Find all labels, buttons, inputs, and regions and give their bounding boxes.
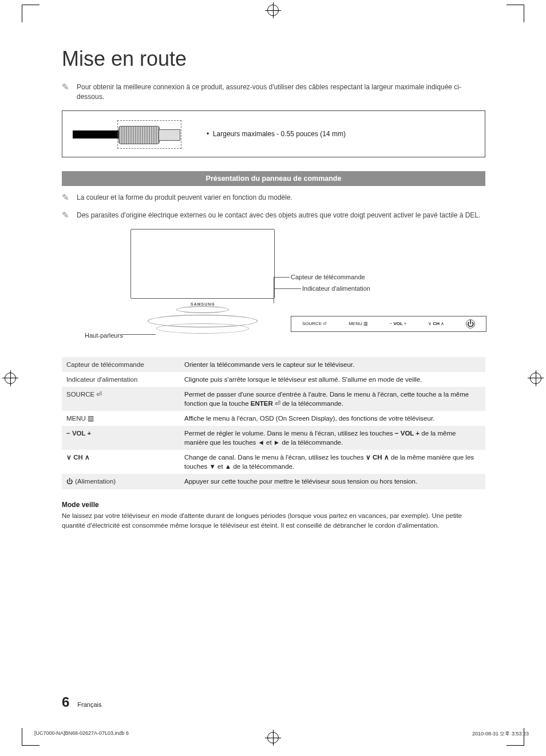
row-desc: Orienter la télécommande vers le capteur… [180, 357, 485, 372]
content-area: Mise en route ✎ Pour obtenir la meilleur… [62, 47, 485, 531]
cable-diagram [73, 119, 193, 149]
panel-menu-label: MENU ▥ [349, 321, 368, 326]
note-icon: ✎ [62, 211, 73, 219]
row-label: Indicateur d'alimentation [62, 372, 180, 387]
table-row: Capteur de télécommande Orienter la télé… [62, 357, 485, 372]
menu-icon: ▥ [363, 321, 368, 326]
samsung-logo: SAMSUNG [191, 302, 215, 306]
panel-vol-label: − VOL + [390, 321, 407, 326]
panel-source-label: SOURCE ⏎ [302, 321, 327, 326]
note-text: Des parasites d'origine électrique exter… [77, 211, 480, 220]
control-description-table: Capteur de télécommande Orienter la télé… [62, 357, 485, 489]
table-row: MENU ▥ Affiche le menu à l'écran, OSD (O… [62, 411, 485, 426]
page-number: 6 [62, 694, 69, 710]
table-row: ⏻ (Alimentation) Appuyer sur cette touch… [62, 474, 485, 489]
row-desc: Permet de régler le volume. Dans le menu… [180, 426, 485, 450]
registration-mark-icon [5, 373, 16, 384]
table-row: − VOL + Permet de régler le volume. Dans… [62, 426, 485, 450]
menu-icon: ▥ [88, 415, 94, 422]
tv-screen-outline [130, 229, 275, 299]
page-footer: 6 Français [62, 694, 102, 710]
crop-mark [22, 5, 39, 22]
page-title: Mise en route [62, 47, 485, 71]
table-row: ∨ CH ∧ Change de canal. Dans le menu à l… [62, 450, 485, 474]
note-icon: ✎ [62, 193, 73, 201]
callout-speakers: Haut-parleurs [85, 332, 123, 339]
standby-heading: Mode veille [62, 501, 485, 509]
row-desc: Permet de passer d'une source d'entrée à… [180, 387, 485, 411]
cable-spec-box: • Largeurs maximales - 0.55 pouces (14 m… [62, 110, 485, 157]
row-label: ∨ CH ∧ [62, 450, 180, 474]
enter-icon: ⏎ [275, 400, 280, 407]
enter-icon: ⏎ [96, 391, 102, 398]
row-desc: Clignote puis s'arrête lorsque le télévi… [180, 372, 485, 387]
print-job-file: [UC7000-NA]BN68-02627A-07L03.indb 6 [34, 730, 129, 738]
enter-icon: ⏎ [323, 321, 327, 326]
row-label: MENU ▥ [62, 411, 180, 426]
section-title-bar: Présentation du panneau de commande [62, 171, 485, 186]
print-job-line: [UC7000-NA]BN68-02627A-07L03.indb 6 2010… [34, 730, 529, 738]
note-color: ✎ La couleur et la forme du produit peuv… [62, 193, 485, 203]
cable-spec-text: • Largeurs maximales - 0.55 pouces (14 m… [207, 130, 346, 138]
page: Mise en route ✎ Pour obtenir la meilleur… [0, 0, 546, 756]
note-cable: ✎ Pour obtenir la meilleure connexion à … [62, 82, 485, 102]
note-parasites: ✎ Des parasites d'origine électrique ext… [62, 211, 485, 220]
row-label: SOURCE ⏎ [62, 387, 180, 411]
power-icon: ⏻ [66, 478, 73, 485]
registration-mark-icon [267, 5, 279, 16]
row-label: − VOL + [62, 426, 180, 450]
table-row: SOURCE ⏎ Permet de passer d'une source d… [62, 387, 485, 411]
row-desc: Change de canal. Dans le menu à l'écran,… [180, 450, 485, 474]
print-job-time: 2010-08-31 오후 3:53:23 [472, 730, 529, 738]
page-language: Français [77, 701, 101, 708]
row-label: ⏻ (Alimentation) [62, 474, 180, 489]
note-text: Pour obtenir la meilleure connexion à ce… [77, 82, 485, 102]
power-icon: ⏻ [466, 319, 475, 328]
callout-remote-sensor: Capteur de télécommande [291, 274, 365, 280]
tv-figure: SAMSUNG Capteur de télécommande Indicate… [62, 229, 485, 349]
table-row: Indicateur d'alimentation Clignote puis … [62, 372, 485, 387]
callout-power-indicator: Indicateur d'alimentation [302, 285, 370, 292]
note-icon: ✎ [62, 82, 73, 91]
row-label: Capteur de télécommande [62, 357, 180, 372]
control-panel-strip: SOURCE ⏎ MENU ▥ − VOL + ∨ CH ∧ ⏻ [291, 316, 486, 332]
crop-mark [507, 5, 524, 22]
registration-mark-icon [530, 373, 541, 384]
row-desc: Affiche le menu à l'écran, OSD (On Scree… [180, 411, 485, 426]
standby-body: Ne laissez par votre téléviseur en mode … [62, 511, 485, 531]
panel-ch-label: ∨ CH ∧ [428, 321, 444, 326]
note-text: La couleur et la forme du produit peuven… [77, 193, 292, 203]
row-desc: Appuyer sur cette touche pour mettre le … [180, 474, 485, 489]
